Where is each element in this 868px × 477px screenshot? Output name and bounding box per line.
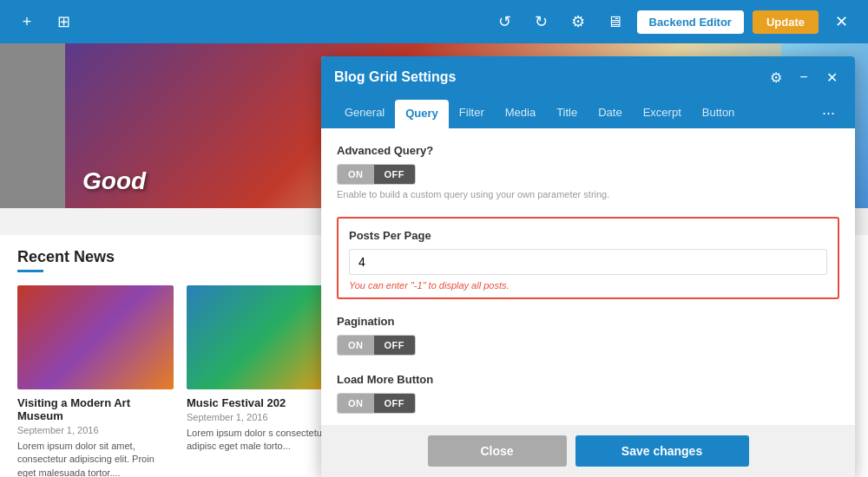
save-changes-button[interactable]: Save changes xyxy=(575,435,749,467)
news-card-title-1: Visiting a Modern Art Museum xyxy=(17,396,174,422)
panel-header: Blog Grid Settings ⚙ − ✕ xyxy=(321,56,855,98)
settings-button[interactable]: ⚙ xyxy=(564,8,592,36)
main-area: Good Good Mural in Orange County Recent … xyxy=(0,43,868,477)
news-card-title-2: Music Festival 202 xyxy=(187,396,343,409)
recent-news-underline xyxy=(17,270,43,272)
toolbar-left: + ⊞ xyxy=(13,8,77,36)
left-image xyxy=(0,43,65,208)
tab-general[interactable]: General xyxy=(334,99,395,127)
news-card: Visiting a Modern Art Museum September 1… xyxy=(17,285,174,477)
more-tabs-icon[interactable]: ··· xyxy=(815,104,842,122)
posts-per-page-hint: You can enter "-1" to display all posts. xyxy=(349,280,827,291)
panel-tabs: General Query Filter Media Title Date Ex… xyxy=(321,98,855,128)
tab-media[interactable]: Media xyxy=(495,99,546,127)
toolbar: + ⊞ ↺ ↻ ⚙ 🖥 Backend Editor Update ✕ xyxy=(0,0,868,43)
news-card-text-1: Lorem ipsum dolor sit amet, consectetur … xyxy=(17,440,174,477)
panel-title: Blog Grid Settings xyxy=(334,69,456,85)
advanced-query-toggle: ON OFF xyxy=(337,164,416,185)
advanced-query-section: Advanced Query? ON OFF Enable to build a… xyxy=(337,144,839,199)
load-more-section: Load More Button ON OFF xyxy=(337,373,839,414)
tab-filter[interactable]: Filter xyxy=(449,99,495,127)
news-card-2: Music Festival 202 September 1, 2016 Lor… xyxy=(187,285,343,477)
load-more-label: Load More Button xyxy=(337,373,839,386)
toolbar-right: ↺ ↻ ⚙ 🖥 Backend Editor Update ✕ xyxy=(491,8,855,36)
redo-button[interactable]: ↻ xyxy=(528,8,556,36)
tab-date[interactable]: Date xyxy=(588,99,632,127)
tab-button[interactable]: Button xyxy=(692,99,746,127)
news-card-date-2: September 1, 2016 xyxy=(187,412,343,422)
news-card-image-1 xyxy=(17,285,174,389)
news-card-image-2 xyxy=(187,285,343,389)
settings-panel: Blog Grid Settings ⚙ − ✕ General Query F… xyxy=(321,56,855,477)
posts-per-page-label: Posts Per Page xyxy=(349,229,827,242)
panel-content: Advanced Query? ON OFF Enable to build a… xyxy=(321,128,855,425)
update-button[interactable]: Update xyxy=(753,10,819,34)
news-card-text-2: Lorem ipsum dolor s consectetur adipisc … xyxy=(187,427,343,454)
tab-title[interactable]: Title xyxy=(546,99,588,127)
advanced-query-hint: Enable to build a custom query using you… xyxy=(337,189,839,199)
pagination-toggle-on[interactable]: ON xyxy=(338,336,374,355)
pagination-toggle: ON OFF xyxy=(337,335,416,356)
panel-footer: Close Save changes xyxy=(321,425,855,477)
posts-per-page-box: Posts Per Page You can enter "-1" to dis… xyxy=(337,217,839,299)
load-more-toggle-off[interactable]: OFF xyxy=(374,394,416,413)
add-button[interactable]: + xyxy=(13,8,41,36)
panel-settings-icon[interactable]: ⚙ xyxy=(766,67,786,88)
load-more-toggle-on[interactable]: ON xyxy=(338,394,374,413)
backend-editor-button[interactable]: Backend Editor xyxy=(637,10,744,34)
grid-button[interactable]: ⊞ xyxy=(49,8,77,36)
tab-excerpt[interactable]: Excerpt xyxy=(633,99,692,127)
close-toolbar-button[interactable]: ✕ xyxy=(827,8,855,36)
tab-query[interactable]: Query xyxy=(395,100,449,128)
load-more-toggle: ON OFF xyxy=(337,393,416,414)
pagination-toggle-off[interactable]: OFF xyxy=(374,336,416,355)
undo-button[interactable]: ↺ xyxy=(491,8,519,36)
panel-minimize-icon[interactable]: − xyxy=(793,67,814,88)
pagination-section: Pagination ON OFF xyxy=(337,315,839,356)
news-card-date-1: September 1, 2016 xyxy=(17,425,174,435)
good-text: Good xyxy=(82,167,146,195)
advanced-query-label: Advanced Query? xyxy=(337,144,839,157)
close-button[interactable]: Close xyxy=(428,435,567,467)
preview-button[interactable]: 🖥 xyxy=(601,8,628,36)
posts-per-page-input[interactable] xyxy=(349,249,827,275)
advanced-query-toggle-on[interactable]: ON xyxy=(338,165,374,184)
advanced-query-toggle-off[interactable]: OFF xyxy=(374,165,416,184)
panel-close-icon[interactable]: ✕ xyxy=(821,67,842,88)
panel-header-icons: ⚙ − ✕ xyxy=(766,67,842,88)
pagination-label: Pagination xyxy=(337,315,839,328)
